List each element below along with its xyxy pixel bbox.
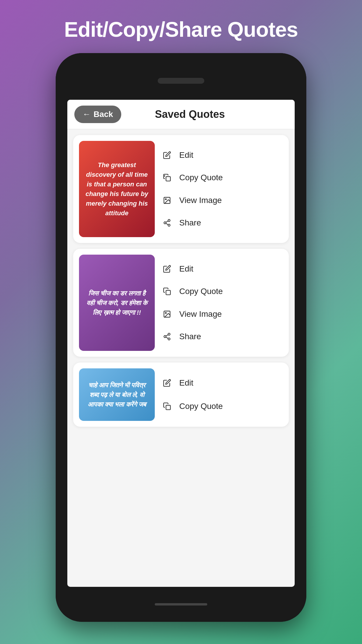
svg-point-11 xyxy=(165,312,166,314)
view-image-label-1: View Image xyxy=(179,196,222,205)
edit-action-2[interactable]: Edit xyxy=(161,260,283,278)
copy-label-3: Copy Quote xyxy=(179,402,223,411)
phone-top xyxy=(56,53,306,100)
view-image-action-2[interactable]: View Image xyxy=(161,305,283,323)
edit-icon xyxy=(161,149,173,162)
quote-image-3: चाहे आप जितने भी पवित्र शब्द पढ़ ले या ब… xyxy=(79,368,155,421)
phone-bottom xyxy=(56,587,306,622)
page-title: Edit/Copy/Share Quotes xyxy=(64,18,298,41)
svg-line-7 xyxy=(166,223,168,225)
quote-image-1: The greatest discovery of all time is th… xyxy=(79,141,155,237)
view-image-icon xyxy=(161,194,173,207)
edit-label-2: Edit xyxy=(179,264,193,274)
svg-rect-9 xyxy=(166,290,171,295)
back-button-label: Back xyxy=(94,110,113,119)
view-image-label-2: View Image xyxy=(179,309,222,319)
copy-label-1: Copy Quote xyxy=(179,173,223,182)
quote-image-2: जिस चीज का डर लगता है वही चीज करो, डर हं… xyxy=(79,255,155,351)
phone-frame: ← Back Saved Quotes The greatest discove… xyxy=(56,53,306,622)
home-indicator xyxy=(155,603,207,606)
edit-action-3[interactable]: Edit xyxy=(161,374,283,392)
edit-label-3: Edit xyxy=(179,378,193,388)
app-header: ← Back Saved Quotes xyxy=(67,100,295,129)
svg-line-16 xyxy=(166,335,168,336)
quote-actions-3: Edit Copy Quote xyxy=(161,368,283,421)
copy-action-3[interactable]: Copy Quote xyxy=(161,397,283,416)
svg-rect-0 xyxy=(166,177,171,181)
edit-label-1: Edit xyxy=(179,150,193,160)
quote-text-3: चाहे आप जितने भी पवित्र शब्द पढ़ ले या ब… xyxy=(85,380,149,409)
copy-label-2: Copy Quote xyxy=(179,287,223,296)
share-action-2[interactable]: Share xyxy=(161,327,283,346)
view-image-icon-2 xyxy=(161,308,173,321)
copy-icon-3 xyxy=(161,400,173,413)
share-label-2: Share xyxy=(179,332,201,341)
quote-card-1: The greatest discovery of all time is th… xyxy=(73,135,289,243)
share-action-1[interactable]: Share xyxy=(161,214,283,232)
svg-line-8 xyxy=(166,221,168,223)
copy-action-1[interactable]: Copy Quote xyxy=(161,168,283,187)
svg-rect-17 xyxy=(166,405,171,410)
quote-text-1: The greatest discovery of all time is th… xyxy=(85,160,149,218)
share-label-1: Share xyxy=(179,218,201,228)
copy-icon-2 xyxy=(161,285,173,298)
phone-screen: ← Back Saved Quotes The greatest discove… xyxy=(67,100,295,587)
edit-icon-2 xyxy=(161,262,173,275)
quote-text-2: जिस चीज का डर लगता है वही चीज करो, डर हं… xyxy=(85,288,149,317)
svg-point-3 xyxy=(165,199,166,200)
svg-line-15 xyxy=(166,337,168,339)
quote-actions-2: Edit Copy Quote xyxy=(161,255,283,351)
screen-title: Saved Quotes xyxy=(121,108,259,120)
quote-card-2: जिस चीज का डर लगता है वही चीज करो, डर हं… xyxy=(73,249,289,357)
quote-actions-1: Edit Copy Quote xyxy=(161,141,283,237)
phone-speaker xyxy=(158,78,204,84)
edit-action-1[interactable]: Edit xyxy=(161,146,283,164)
copy-action-2[interactable]: Copy Quote xyxy=(161,282,283,301)
back-button[interactable]: ← Back xyxy=(74,106,121,123)
quotes-list: The greatest discovery of all time is th… xyxy=(67,129,295,587)
edit-icon-3 xyxy=(161,377,173,389)
quote-card-3: चाहे आप जितने भी पवित्र शब्द पढ़ ले या ब… xyxy=(73,363,289,427)
back-arrow-icon: ← xyxy=(82,110,91,118)
share-icon xyxy=(161,216,173,229)
share-icon-2 xyxy=(161,330,173,343)
copy-icon xyxy=(161,171,173,184)
view-image-action-1[interactable]: View Image xyxy=(161,191,283,210)
